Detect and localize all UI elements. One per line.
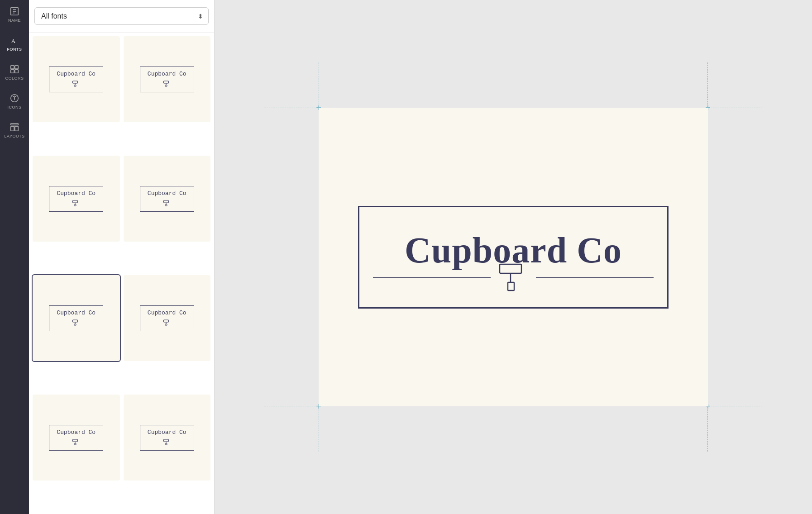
logo-card-7-text: Cupboard Co <box>57 429 96 436</box>
svg-rect-6 <box>15 66 18 69</box>
paint-roller-icon-7 <box>72 438 81 447</box>
svg-rect-11 <box>11 124 19 125</box>
logo-card-4-inner: Cupboard Co <box>140 186 194 212</box>
logo-card-8[interactable]: Cupboard Co <box>124 395 211 481</box>
svg-rect-19 <box>165 85 167 86</box>
logo-card-3-box: Cupboard Co <box>49 186 103 212</box>
svg-rect-20 <box>73 200 78 203</box>
logo-card-5-text: Cupboard Co <box>57 309 96 316</box>
layouts-icon <box>10 122 19 132</box>
svg-rect-16 <box>74 85 76 86</box>
svg-rect-8 <box>15 70 18 73</box>
svg-rect-38 <box>500 264 521 273</box>
fonts-panel: All fonts Serif Sans-serif Monospace Dis… <box>29 0 215 514</box>
logo-card-1-box: Cupboard Co <box>49 67 103 92</box>
logo-card-1[interactable]: Cupboard Co <box>33 36 120 122</box>
svg-rect-17 <box>163 81 168 83</box>
sidebar-item-fonts[interactable]: A FONTS <box>0 29 29 58</box>
sidebar-item-name[interactable]: NAME <box>0 0 29 29</box>
logo-card-8-box: Cupboard Co <box>140 425 194 451</box>
edit-icon <box>10 6 19 16</box>
sidebar-label-icons: ICONS <box>7 105 21 109</box>
canvas-area: + + + + Cupboard Co <box>215 0 812 514</box>
svg-rect-25 <box>165 205 167 206</box>
logo-card-2[interactable]: Cupboard Co <box>124 36 211 122</box>
logo-card-5[interactable]: Cupboard Co <box>33 275 120 361</box>
svg-rect-35 <box>163 439 168 442</box>
svg-rect-37 <box>165 443 167 445</box>
logo-card-2-inner: Cupboard Co <box>140 67 194 92</box>
sidebar-label-layouts: LAYOUTS <box>5 134 25 138</box>
sidebar-label-colors: COLORS <box>5 76 24 81</box>
logo-card-2-text: Cupboard Co <box>148 71 186 77</box>
logo-preview-bg: Cupboard Co <box>319 108 708 406</box>
sidebar-label-name: NAME <box>8 18 21 23</box>
paint-roller-main-icon <box>495 262 531 294</box>
sidebar-item-icons[interactable]: ICONS <box>0 87 29 116</box>
svg-rect-29 <box>163 320 168 322</box>
svg-rect-31 <box>165 324 167 325</box>
logo-card-4-text: Cupboard Co <box>148 190 186 197</box>
sidebar-label-fonts: FONTS <box>7 47 22 52</box>
logo-preview-main: Cupboard Co <box>358 206 669 309</box>
svg-rect-22 <box>74 205 76 206</box>
paint-roller-icon-8 <box>162 438 172 447</box>
logo-card-7-box: Cupboard Co <box>49 425 103 451</box>
logo-card-3-text: Cupboard Co <box>57 190 96 197</box>
logo-card-6-box: Cupboard Co <box>140 305 194 331</box>
paint-roller-icon-1 <box>72 79 81 88</box>
logo-card-8-text: Cupboard Co <box>148 429 186 436</box>
logo-card-5-box: Cupboard Co <box>49 305 103 331</box>
svg-rect-40 <box>508 282 514 290</box>
sidebar-item-colors[interactable]: COLORS <box>0 58 29 87</box>
svg-rect-13 <box>15 126 18 131</box>
paint-roller-icon-3 <box>72 199 81 208</box>
logo-card-8-inner: Cupboard Co <box>140 425 194 451</box>
colors-icon <box>10 64 19 74</box>
svg-rect-32 <box>73 439 78 442</box>
logo-card-4-box: Cupboard Co <box>140 186 194 212</box>
canvas-container: + + + + Cupboard Co <box>264 62 762 452</box>
svg-rect-26 <box>73 320 78 322</box>
panel-header: All fonts Serif Sans-serif Monospace Dis… <box>29 0 214 33</box>
logo-card-7-inner: Cupboard Co <box>49 425 103 451</box>
svg-rect-12 <box>11 126 14 131</box>
paint-roller-icon-5 <box>72 318 81 327</box>
svg-text:A: A <box>11 38 16 44</box>
svg-rect-28 <box>74 324 76 325</box>
svg-rect-34 <box>74 443 76 445</box>
sidebar-item-layouts[interactable]: LAYOUTS <box>0 116 29 145</box>
logo-card-6-inner: Cupboard Co <box>140 305 194 331</box>
svg-rect-7 <box>11 70 14 73</box>
svg-rect-23 <box>163 200 168 203</box>
logo-card-1-inner: Cupboard Co <box>49 67 103 92</box>
logo-card-3[interactable]: Cupboard Co <box>33 156 120 242</box>
svg-rect-5 <box>11 66 14 69</box>
logo-card-7[interactable]: Cupboard Co <box>33 395 120 481</box>
paint-roller-icon-6 <box>162 318 172 327</box>
logo-card-2-box: Cupboard Co <box>140 67 194 92</box>
paint-roller-icon-2 <box>162 79 172 88</box>
paint-roller-icon-4 <box>162 199 172 208</box>
logo-card-4[interactable]: Cupboard Co <box>124 156 211 242</box>
sidebar: NAME A FONTS COLORS ICONS LAYOUTS <box>0 0 29 514</box>
icons-icon <box>10 93 19 103</box>
logo-grid: Cupboard Co Cupboard Co <box>29 33 214 514</box>
svg-rect-14 <box>73 81 78 83</box>
font-select-wrapper: All fonts Serif Sans-serif Monospace Dis… <box>34 7 209 25</box>
logo-card-6-text: Cupboard Co <box>148 309 186 316</box>
logo-card-6[interactable]: Cupboard Co <box>124 275 211 361</box>
logo-card-5-inner: Cupboard Co <box>49 305 103 331</box>
fonts-icon: A <box>10 35 19 45</box>
logo-card-1-text: Cupboard Co <box>57 71 96 77</box>
logo-card-3-inner: Cupboard Co <box>49 186 103 212</box>
font-select[interactable]: All fonts Serif Sans-serif Monospace Dis… <box>34 7 209 25</box>
